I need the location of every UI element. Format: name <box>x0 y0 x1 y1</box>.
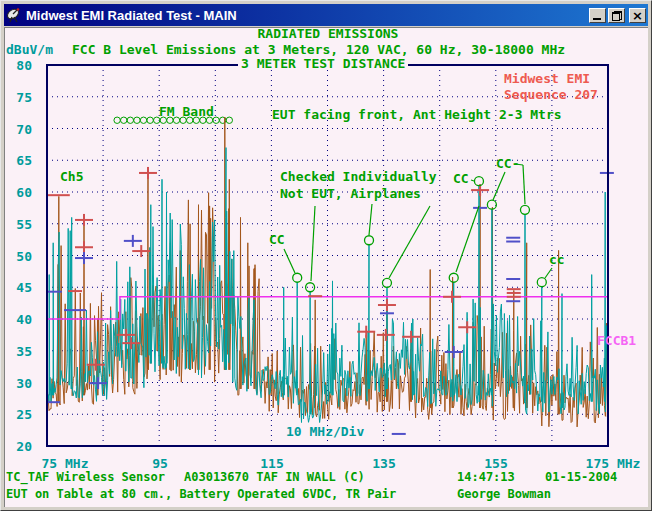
not-eut-airplanes-note: Not EUT, Airplanes <box>280 187 421 200</box>
eut-position-note: EUT facing front, Ant Height 2-3 Mtrs <box>272 108 562 121</box>
title-bar[interactable]: Midwest EMI Radiated Test - MAIN × <box>4 4 648 26</box>
status-sample-id: A03013670 TAF IN WALL (C) <box>184 471 365 484</box>
highlight-circle <box>487 200 496 209</box>
company-label: Midwest EMI <box>504 72 590 85</box>
y-axis-label: 80 <box>4 59 32 72</box>
y-axis-label: 30 <box>4 377 32 390</box>
x-axis-label: 95 <box>152 457 168 470</box>
status-time: 14:47:13 <box>457 471 515 484</box>
highlight-circle <box>537 278 546 287</box>
y-axis-label: 60 <box>4 186 32 199</box>
y-axis-label: 55 <box>4 218 32 231</box>
y-axis-label: 25 <box>4 408 32 421</box>
x-axis-label: 175 MHz <box>586 457 641 470</box>
cc-label-2: CC <box>453 172 469 185</box>
close-icon: × <box>632 9 643 22</box>
highlight-circle <box>382 278 391 287</box>
y-axis-label: 50 <box>4 250 32 263</box>
y-axis-label: 40 <box>4 313 32 326</box>
status-operator: George Bowman <box>457 488 551 501</box>
y-axis-label: 35 <box>4 345 32 358</box>
mhz-per-div-label: 10 MHz/Div <box>286 425 364 438</box>
highlight-circle <box>449 273 458 282</box>
app-icon <box>6 7 22 23</box>
cc-label-1: CC <box>269 233 285 246</box>
y-axis-label: 70 <box>4 123 32 136</box>
x-axis-label: 75 MHz <box>42 457 89 470</box>
checked-individually-note: Checked Individually <box>280 170 437 183</box>
status-device: TC_TAF Wireless Sensor <box>6 471 165 484</box>
minimize-icon <box>593 18 601 20</box>
highlight-circle <box>306 283 315 292</box>
y-axis-label: 75 <box>4 91 32 104</box>
highlight-circle <box>520 205 529 214</box>
y-axis-label: 65 <box>4 154 32 167</box>
cc-label-3: CC- <box>496 157 519 170</box>
client-area: RADIATED EMISSIONS dBuV/m FCC B Level Em… <box>4 27 648 507</box>
x-axis-label: 155 <box>484 457 507 470</box>
close-button[interactable]: × <box>629 8 646 23</box>
minimize-button[interactable] <box>589 8 606 23</box>
window-title: Midwest EMI Radiated Test - MAIN <box>26 8 585 23</box>
x-axis-label: 115 <box>260 457 283 470</box>
fcc-b1-limit-label: FCCB1 <box>597 334 636 347</box>
cc-label-4: cc <box>549 253 565 266</box>
app-window: Midwest EMI Radiated Test - MAIN × RADIA… <box>0 0 652 511</box>
y-unit-label: dBuV/m <box>6 43 53 56</box>
fm-band-label: FM Band <box>159 105 214 118</box>
highlight-circle <box>293 273 302 282</box>
highlight-circle <box>474 177 483 186</box>
ch5-label: Ch5 <box>60 170 83 183</box>
chart-title: RADIATED EMISSIONS <box>4 27 648 40</box>
status-date: 01-15-2004 <box>545 471 617 484</box>
highlight-circle <box>365 236 374 245</box>
status-setup: EUT on Table at 80 cm., Battery Operated… <box>6 488 396 501</box>
test-distance-label: 3 METER TEST DISTANCE <box>238 57 408 70</box>
sequence-label: Sequence 207 <box>504 88 598 101</box>
restore-icon <box>612 11 622 21</box>
y-axis-label: 20 <box>4 440 32 453</box>
restore-button[interactable] <box>608 8 625 23</box>
chart-subtitle: FCC B Level Emissions at 3 Meters, 120 V… <box>72 43 565 56</box>
x-axis-label: 135 <box>372 457 395 470</box>
y-axis-label: 45 <box>4 281 32 294</box>
